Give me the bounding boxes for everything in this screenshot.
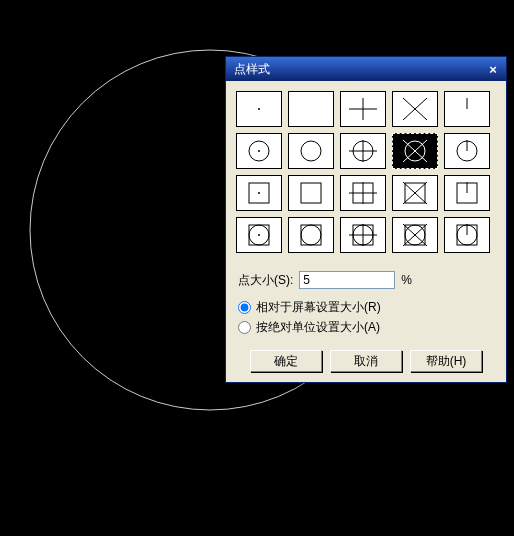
svg-point-18 xyxy=(258,192,260,194)
radio-absolute-row[interactable]: 按绝对单位设置大小(A) xyxy=(238,319,496,336)
point-style-plus-circle-square[interactable] xyxy=(340,217,386,253)
svg-point-1 xyxy=(258,108,260,110)
point-style-dot-circle-square[interactable] xyxy=(236,217,282,253)
radio-relative[interactable] xyxy=(238,301,251,314)
point-style-dot-square[interactable] xyxy=(236,175,282,211)
titlebar[interactable]: 点样式 × xyxy=(226,57,506,81)
point-style-bar-square[interactable] xyxy=(444,175,490,211)
close-button[interactable]: × xyxy=(484,61,502,77)
ok-button[interactable]: 确定 xyxy=(250,350,322,372)
svg-rect-20 xyxy=(301,183,321,203)
point-style-x-circle-square[interactable] xyxy=(392,217,438,253)
point-style-blank[interactable] xyxy=(288,91,334,127)
radio-absolute-label: 按绝对单位设置大小(A) xyxy=(256,319,380,336)
svg-point-7 xyxy=(258,150,260,152)
help-button[interactable]: 帮助(H) xyxy=(410,350,482,372)
dialog-title: 点样式 xyxy=(234,61,484,78)
point-style-square[interactable] xyxy=(288,175,334,211)
svg-point-32 xyxy=(301,225,321,245)
point-style-plus-circle[interactable] xyxy=(340,133,386,169)
point-style-x-square[interactable] xyxy=(392,175,438,211)
point-size-unit: % xyxy=(401,273,412,287)
svg-point-29 xyxy=(258,234,260,236)
point-style-dialog: 点样式 × 点大小(S): % 相对于屏幕设置大小(R) 按绝对单位设置大小(A… xyxy=(225,56,507,383)
svg-point-9 xyxy=(301,141,321,161)
point-style-circle[interactable] xyxy=(288,133,334,169)
point-size-row: 点大小(S): % xyxy=(238,271,496,289)
point-style-grid xyxy=(236,91,496,253)
point-style-bar[interactable] xyxy=(444,91,490,127)
point-size-input[interactable] xyxy=(299,271,395,289)
point-style-dot-circle[interactable] xyxy=(236,133,282,169)
radio-relative-label: 相对于屏幕设置大小(R) xyxy=(256,299,381,316)
cancel-button[interactable]: 取消 xyxy=(330,350,402,372)
radio-absolute[interactable] xyxy=(238,321,251,334)
radio-relative-row[interactable]: 相对于屏幕设置大小(R) xyxy=(238,299,496,316)
point-style-x-circle[interactable] xyxy=(392,133,438,169)
point-style-plus[interactable] xyxy=(340,91,386,127)
point-style-plus-square[interactable] xyxy=(340,175,386,211)
dialog-content: 点大小(S): % 相对于屏幕设置大小(R) 按绝对单位设置大小(A) 确定 取… xyxy=(226,81,506,382)
button-row: 确定 取消 帮助(H) xyxy=(236,350,496,372)
point-style-bar-circle[interactable] xyxy=(444,133,490,169)
point-style-x[interactable] xyxy=(392,91,438,127)
point-size-label: 点大小(S): xyxy=(238,272,293,289)
point-style-bar-circle-square[interactable] xyxy=(444,217,490,253)
point-style-dot[interactable] xyxy=(236,91,282,127)
point-style-circle-square[interactable] xyxy=(288,217,334,253)
